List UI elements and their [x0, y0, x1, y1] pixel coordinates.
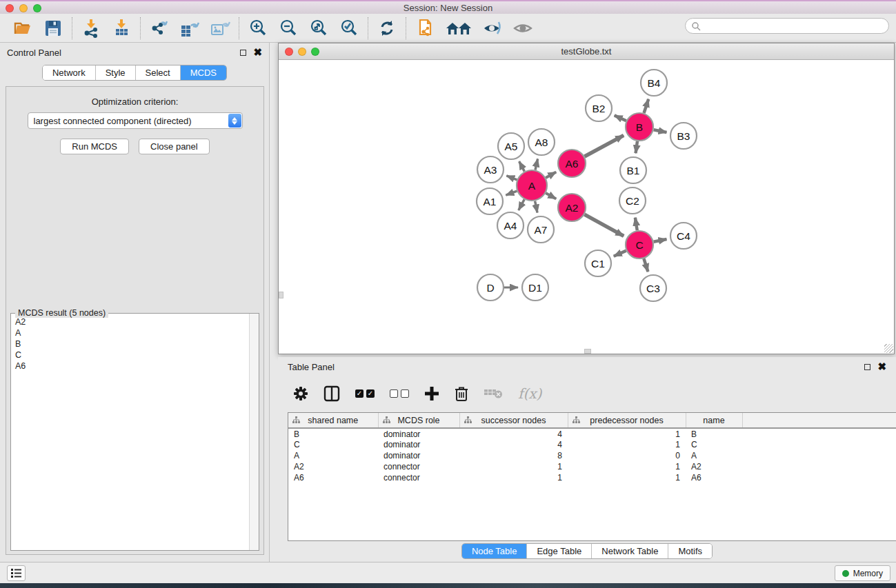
window-controls[interactable]	[6, 4, 41, 12]
function-builder-icon[interactable]: f(x)	[518, 383, 541, 404]
graph-node-B4[interactable]: B4	[641, 70, 667, 96]
result-scrollbar[interactable]	[249, 314, 259, 550]
memory-button[interactable]: Memory	[835, 565, 890, 581]
edge-A-A2[interactable]	[546, 193, 556, 199]
network-window-controls[interactable]	[285, 48, 319, 56]
save-session-icon[interactable]	[43, 18, 63, 39]
edge-A6-B[interactable]	[584, 135, 624, 156]
cell-predecessor-nodes[interactable]: 1	[568, 472, 686, 483]
edge-A2-C[interactable]	[584, 214, 624, 236]
table-row[interactable]: A2connector11A2	[288, 461, 896, 472]
deselect-all-checkboxes-icon[interactable]	[390, 383, 409, 404]
minimize-window-button[interactable]	[19, 4, 28, 12]
graph-node-C1[interactable]: C1	[585, 250, 611, 276]
edge-A-A1[interactable]	[506, 191, 517, 195]
zoom-window-button[interactable]	[33, 4, 41, 12]
cell-shared-name[interactable]: A6	[288, 472, 378, 483]
graph-node-B[interactable]: B	[626, 113, 653, 141]
cell-MCDS-role[interactable]: dominator	[378, 428, 459, 439]
cell-shared-name[interactable]: A	[288, 450, 378, 461]
cell-name[interactable]: A	[686, 450, 742, 461]
search-box[interactable]	[685, 18, 889, 34]
graph-node-A3[interactable]: A3	[477, 156, 504, 183]
graph-node-C[interactable]: C	[626, 231, 653, 258]
column-header-successor-nodes[interactable]: successor nodes	[459, 413, 568, 428]
result-item[interactable]: A	[11, 327, 250, 338]
optimization-dropdown[interactable]: largest connected component (directed)	[28, 112, 243, 129]
graph-node-C3[interactable]: C3	[640, 275, 666, 301]
cell-shared-name[interactable]: B	[288, 428, 378, 439]
result-item[interactable]: B	[11, 338, 250, 349]
cell-predecessor-nodes[interactable]: 1	[568, 439, 686, 450]
zoom-out-icon[interactable]	[278, 18, 299, 39]
export-network-icon[interactable]	[149, 18, 170, 39]
graph-node-B2[interactable]: B2	[586, 95, 612, 121]
gear-icon[interactable]	[293, 383, 308, 404]
graph-node-B1[interactable]: B1	[620, 157, 646, 183]
edge-B-B2[interactable]	[615, 115, 626, 121]
cell-predecessor-nodes[interactable]: 0	[568, 450, 686, 461]
graph-node-A1[interactable]: A1	[477, 188, 503, 214]
edge-B-B4[interactable]	[644, 99, 649, 113]
graph-node-A6[interactable]: A6	[558, 150, 586, 177]
edge-C-C4[interactable]	[654, 239, 667, 242]
zoom-in-icon[interactable]	[248, 18, 268, 39]
open-session-icon[interactable]	[12, 18, 33, 39]
network-from-file-icon[interactable]	[415, 18, 435, 39]
graph-node-A5[interactable]: A5	[498, 133, 524, 159]
cell-successor-nodes[interactable]: 8	[459, 450, 568, 461]
close-panel-icon[interactable]: ✖	[253, 49, 262, 56]
table-tab-network-table[interactable]: Network Table	[592, 544, 668, 558]
cell-shared-name[interactable]: C	[288, 439, 378, 450]
network-window-titlebar[interactable]: testGlobe.txt	[279, 43, 894, 60]
edge-A-A5[interactable]	[519, 161, 525, 172]
table-row[interactable]: Bdominator41B	[288, 428, 896, 439]
float-table-panel-icon[interactable]	[864, 364, 870, 370]
edge-B-B1[interactable]	[636, 141, 637, 153]
edge-C-C2[interactable]	[635, 218, 637, 231]
graph-node-D[interactable]: D	[477, 274, 504, 301]
zoom-selected-icon[interactable]	[339, 18, 359, 39]
edge-A-A7[interactable]	[535, 201, 537, 213]
network-graph[interactable]: AA1A2A3A4A5A6A7A8BB1B2B3B4CC1C2C3C4DD1	[279, 60, 894, 354]
edge-A-A8[interactable]	[535, 159, 538, 170]
cell-MCDS-role[interactable]: dominator	[378, 450, 459, 461]
home-icon[interactable]	[445, 18, 472, 39]
zoom-fit-icon[interactable]	[308, 18, 329, 39]
vertical-scrollbar-thumb[interactable]	[279, 292, 283, 298]
node-table[interactable]: shared nameMCDS rolesuccessor nodesprede…	[288, 412, 896, 541]
graph-node-A[interactable]: A	[517, 170, 547, 201]
tab-select[interactable]: Select	[136, 65, 181, 80]
network-zoom-button[interactable]	[311, 48, 319, 56]
cell-successor-nodes[interactable]: 4	[459, 439, 568, 450]
cell-name[interactable]: A2	[686, 461, 742, 472]
column-header-shared-name[interactable]: shared name	[288, 413, 378, 428]
column-layout-icon[interactable]	[323, 383, 340, 404]
resize-grip-icon[interactable]	[884, 344, 893, 353]
export-table-icon[interactable]	[179, 18, 200, 39]
node-table-body[interactable]: Bdominator41BCdominator41CAdominator80AA…	[288, 428, 896, 483]
graph-node-A8[interactable]: A8	[528, 129, 555, 155]
hide-panels-icon[interactable]	[482, 18, 503, 39]
delete-table-icon[interactable]	[484, 383, 503, 404]
edge-A-A3[interactable]	[506, 176, 517, 180]
eye-icon[interactable]	[512, 18, 533, 39]
cell-MCDS-role[interactable]: connector	[378, 461, 459, 472]
network-minimize-button[interactable]	[298, 48, 306, 56]
export-image-icon[interactable]	[210, 18, 230, 39]
cell-MCDS-role[interactable]: connector	[378, 472, 459, 483]
column-header-MCDS-role[interactable]: MCDS role	[378, 413, 459, 428]
graph-node-A4[interactable]: A4	[497, 212, 524, 239]
table-tab-edge-table[interactable]: Edge Table	[527, 544, 592, 558]
graph-node-B3[interactable]: B3	[670, 123, 697, 149]
tab-style[interactable]: Style	[96, 65, 136, 80]
node-table-header[interactable]: shared nameMCDS rolesuccessor nodesprede…	[288, 413, 896, 428]
edge-C-C3[interactable]	[644, 258, 648, 272]
table-tab-node-table[interactable]: Node Table	[462, 544, 528, 558]
table-row[interactable]: A6connector11A6	[288, 472, 896, 483]
column-header-name[interactable]: name	[686, 413, 742, 428]
cell-successor-nodes[interactable]: 4	[459, 428, 568, 439]
add-column-icon[interactable]	[424, 383, 439, 404]
result-item[interactable]: C	[11, 349, 250, 361]
edge-A-A4[interactable]	[519, 199, 524, 210]
